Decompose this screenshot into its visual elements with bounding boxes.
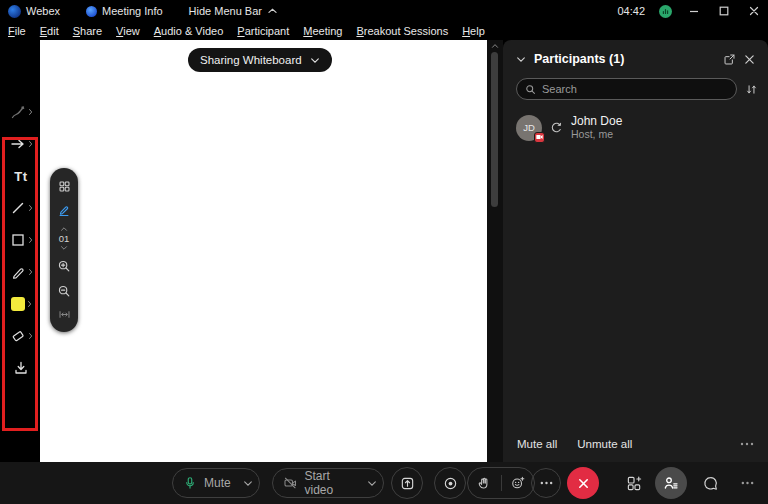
tool-save-button[interactable] [6, 355, 36, 381]
leave-meeting-button[interactable] [567, 467, 599, 499]
chat-panel-button[interactable] [694, 467, 726, 499]
meeting-info-button[interactable]: Meeting Info [86, 5, 163, 17]
divider [501, 475, 502, 491]
page-down-button[interactable] [60, 244, 68, 251]
participant-info: John Doe Host, me [571, 114, 622, 141]
meeting-info-icon [86, 6, 97, 17]
yellow-color-swatch-icon [11, 297, 25, 311]
hide-menu-bar-button[interactable]: Hide Menu Bar [189, 5, 278, 17]
record-icon [443, 476, 458, 491]
tool-arrow-button[interactable] [6, 131, 36, 157]
annotate-pen-button[interactable] [54, 201, 74, 219]
scroll-up-icon[interactable] [491, 43, 499, 49]
share-content-button[interactable] [391, 467, 423, 499]
menu-breakout-sessions[interactable]: Breakout Sessions [349, 25, 455, 37]
participant-name: John Doe [571, 114, 622, 128]
reactions-button-group [467, 467, 535, 499]
tool-laser-pointer-button[interactable] [6, 99, 36, 125]
tool-text-button[interactable]: Tt [6, 163, 36, 189]
webex-logo-icon [8, 5, 21, 18]
page-up-button[interactable] [60, 226, 68, 233]
sort-participants-icon[interactable] [745, 83, 758, 96]
participant-row[interactable]: JD John Doe Host, me [503, 104, 768, 151]
zoom-in-button[interactable] [54, 257, 74, 275]
scrollbar-thumb[interactable] [491, 52, 498, 207]
unmute-all-button[interactable]: Unmute all [577, 438, 632, 450]
menubar: File Edit Share View Audio & Video Parti… [0, 22, 768, 40]
menu-meeting[interactable]: Meeting [296, 25, 349, 37]
participant-role: Host, me [571, 128, 622, 141]
app-brand: Webex [8, 5, 60, 18]
tool-color-button[interactable] [6, 291, 36, 317]
menu-file[interactable]: File [0, 25, 33, 37]
chevron-down-icon[interactable] [367, 480, 377, 487]
more-panels-button[interactable] [731, 467, 763, 499]
start-video-button[interactable]: Start video [272, 468, 384, 498]
chevron-right-icon [28, 108, 33, 116]
text-tool-icon: Tt [14, 169, 27, 184]
raise-hand-button[interactable] [477, 476, 491, 490]
menu-participant[interactable]: Participant [230, 25, 296, 37]
share-screen-icon [400, 476, 415, 491]
collapse-panel-chevron-icon[interactable] [516, 56, 526, 63]
canvas-scrollbar[interactable] [487, 40, 503, 462]
maximize-button[interactable] [716, 3, 732, 19]
chevron-down-icon [310, 57, 320, 64]
close-window-button[interactable] [746, 3, 762, 19]
participants-panel-title: Participants (1) [534, 52, 715, 66]
tool-eraser-button[interactable] [6, 323, 36, 349]
menu-edit[interactable]: Edit [33, 25, 66, 37]
smiley-reaction-icon [511, 476, 525, 490]
titlebar: Webex Meeting Info Hide Menu Bar 04:42 [0, 0, 768, 22]
eraser-icon [10, 328, 26, 344]
camera-off-icon [283, 476, 298, 490]
search-box[interactable] [516, 78, 737, 100]
leave-x-icon [577, 477, 590, 490]
more-options-icon[interactable] [740, 442, 754, 446]
more-dots-icon [741, 481, 754, 485]
mute-all-button[interactable]: Mute all [517, 438, 557, 450]
thumbnails-grid-button[interactable] [54, 177, 74, 195]
app-name: Webex [26, 5, 60, 17]
menu-share[interactable]: Share [66, 25, 109, 37]
tool-pen-button[interactable] [6, 259, 36, 285]
fit-to-width-button[interactable] [54, 306, 74, 324]
meeting-control-bar: Mute Start video [0, 462, 768, 504]
record-button[interactable] [434, 467, 466, 499]
chevron-right-icon [28, 268, 33, 276]
page-number: 01 [59, 233, 70, 244]
clock-time: 04:42 [617, 5, 645, 17]
menu-view[interactable]: View [109, 25, 147, 37]
laser-pointer-icon [10, 104, 26, 120]
chevron-up-icon [267, 7, 278, 15]
tool-shape-button[interactable] [6, 227, 36, 253]
participants-panel-button[interactable] [655, 467, 687, 499]
sharing-whiteboard-dropdown[interactable]: Sharing Whiteboard [188, 48, 332, 72]
chevron-right-icon [28, 204, 33, 212]
popout-panel-icon[interactable] [723, 53, 736, 66]
participants-icon [663, 475, 679, 491]
avatar: JD [516, 115, 542, 141]
save-download-icon [13, 360, 29, 376]
close-panel-icon[interactable] [744, 54, 755, 65]
chevron-down-icon[interactable] [243, 480, 253, 487]
chevron-right-icon [28, 332, 33, 340]
apps-button[interactable] [618, 467, 650, 499]
chat-bubble-icon [702, 475, 719, 492]
menu-audio-video[interactable]: Audio & Video [147, 25, 231, 37]
user-status-icon[interactable] [659, 5, 672, 18]
menu-help[interactable]: Help [455, 25, 492, 37]
audio-status-icon [550, 121, 563, 134]
more-controls-button[interactable] [531, 468, 561, 498]
webex-meeting-window: Webex Meeting Info Hide Menu Bar 04:42 [0, 0, 768, 504]
whiteboard-canvas[interactable] [40, 40, 487, 462]
zoom-out-button[interactable] [54, 281, 74, 299]
chevron-right-icon [28, 236, 33, 244]
search-input[interactable] [542, 83, 728, 95]
minimize-button[interactable] [686, 3, 702, 19]
mute-button[interactable]: Mute [172, 468, 260, 498]
start-video-label: Start video [305, 469, 361, 497]
apps-icon [626, 475, 643, 492]
reactions-button[interactable] [511, 476, 525, 490]
tool-line-button[interactable] [6, 195, 36, 221]
